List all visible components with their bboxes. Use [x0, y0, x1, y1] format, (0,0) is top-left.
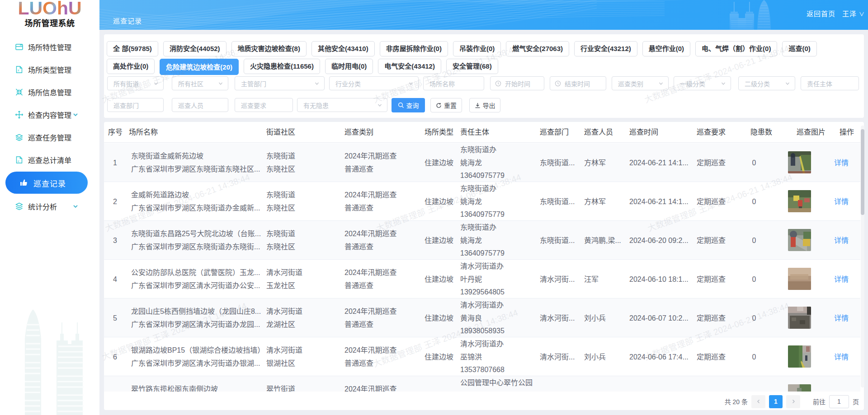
- svg-text:c: c: [18, 159, 19, 163]
- svg-text:x: x: [17, 68, 19, 72]
